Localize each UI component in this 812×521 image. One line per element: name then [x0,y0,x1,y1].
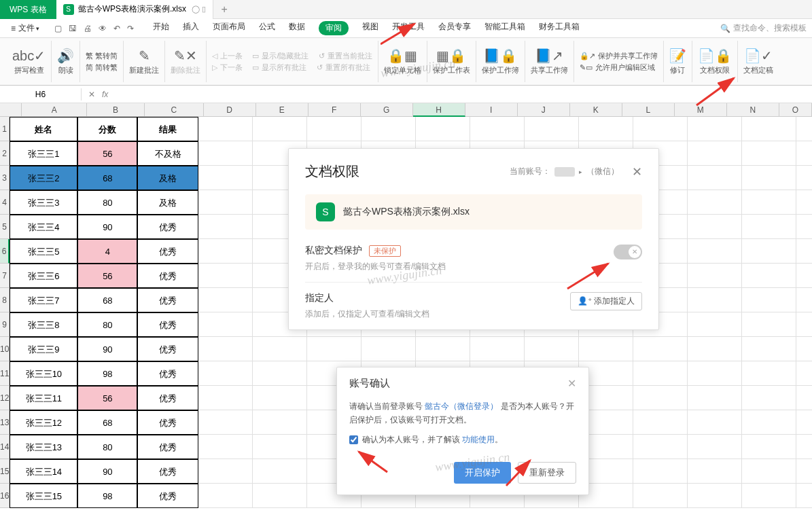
cell-B7[interactable]: 56 [77,264,137,288]
cell-A9[interactable]: 张三三8 [10,312,77,337]
cell-N9[interactable] [742,312,796,337]
preview-icon[interactable]: 👁 [99,24,107,33]
menu-item-5[interactable]: 审阅 [319,21,349,35]
cell-A10[interactable]: 张三三9 [10,337,77,361]
cell-M7[interactable] [688,264,742,288]
cell-M1[interactable] [688,117,742,141]
cell-O15[interactable] [796,459,812,484]
enable-protect-button[interactable]: 开启保护 [454,462,511,484]
cell-B14[interactable]: 80 [77,435,137,459]
cell-D16[interactable] [198,484,253,508]
cell-N3[interactable] [742,166,796,190]
row-header-14[interactable]: 14 [0,435,10,459]
cell-D1[interactable] [198,117,253,141]
cell-L13[interactable] [633,410,688,435]
cell-C3[interactable]: 及格 [137,166,198,190]
cell-C13[interactable]: 优秀 [137,410,198,435]
protect-sheet-button[interactable]: ▦🔒 保护工作表 [427,41,476,82]
cell-B16[interactable]: 98 [77,484,137,508]
print-icon[interactable]: 🖨 [84,24,92,33]
cell-D8[interactable] [198,288,253,312]
cell-N6[interactable] [742,239,796,264]
col-header-B[interactable]: B [87,103,145,117]
row-header-10[interactable]: 10 [0,337,10,361]
lock-cell-button[interactable]: 🔒▦ 锁定单元格 [378,41,427,82]
cell-L12[interactable] [633,386,688,410]
search-box[interactable]: 🔍 查找命令、搜索模板 [720,22,807,34]
cell-G1[interactable] [361,117,416,141]
cell-G10[interactable] [361,337,416,361]
close-button[interactable]: ✕ [567,377,576,390]
cell-D2[interactable] [198,141,253,166]
col-header-E[interactable]: E [256,103,308,117]
add-person-button[interactable]: 👤⁺ 添加指定人 [570,292,642,310]
cell-O7[interactable] [796,264,812,288]
cell-O10[interactable] [796,337,812,361]
cell-D13[interactable] [198,410,253,435]
cell-M9[interactable] [688,312,742,337]
cell-A2[interactable]: 张三三1 [10,141,77,166]
doc-final-button[interactable]: 📄✓ 文档定稿 [738,41,779,82]
cell-I1[interactable] [470,117,525,141]
cell-N8[interactable] [742,288,796,312]
cell-L14[interactable] [633,435,688,459]
open-icon[interactable]: ▢ [54,24,62,33]
save-icon[interactable]: 🖫 [69,24,77,33]
cell-L10[interactable] [633,337,688,361]
file-tab[interactable]: S 懿古今WPS表格演示案例.xlsx ◯ ▯ [56,0,213,19]
cell-H10[interactable] [416,337,470,361]
cell-J1[interactable] [525,117,579,141]
cell-E11[interactable] [253,361,307,386]
cell-B5[interactable]: 90 [77,215,137,239]
cell-M16[interactable] [688,484,742,508]
row-header-13[interactable]: 13 [0,410,10,435]
redo-icon[interactable]: ↷ [127,24,134,33]
cell-O11[interactable] [796,361,812,386]
protect-toggle[interactable] [614,245,642,259]
col-header-J[interactable]: J [518,103,570,117]
cell-C4[interactable]: 及格 [137,190,198,215]
col-header-I[interactable]: I [465,103,518,117]
cell-O12[interactable] [796,386,812,410]
cell-O1[interactable] [796,117,812,141]
spell-check-button[interactable]: abc✓ 拼写检查 [7,41,52,82]
cell-B6[interactable]: 4 [77,239,137,264]
cell-N5[interactable] [742,215,796,239]
cell-O5[interactable] [796,215,812,239]
cell-C16[interactable]: 优秀 [137,484,198,508]
doc-permission-button[interactable]: 📄🔒 文档权限 [692,41,738,82]
cell-M6[interactable] [688,239,742,264]
cell-C14[interactable]: 优秀 [137,435,198,459]
cell-B13[interactable]: 68 [77,410,137,435]
cell-O6[interactable] [796,239,812,264]
new-comment-button[interactable]: ✎ 新建批注 [124,41,165,82]
cell-C9[interactable]: 优秀 [137,312,198,337]
cell-L16[interactable] [633,484,688,508]
cell-E1[interactable] [253,117,307,141]
cell-K1[interactable] [579,117,633,141]
menu-item-7[interactable]: 开发工具 [392,21,425,35]
cell-I10[interactable] [470,337,525,361]
cell-B9[interactable]: 80 [77,312,137,337]
cell-A14[interactable]: 张三三13 [10,435,77,459]
menu-item-0[interactable]: 开始 [153,21,169,35]
cell-A11[interactable]: 张三三10 [10,361,77,386]
cell-N15[interactable] [742,459,796,484]
cell-M5[interactable] [688,215,742,239]
next-icon[interactable]: ▷ [212,63,217,72]
menu-item-8[interactable]: 会员专享 [438,21,471,35]
new-tab-button[interactable]: + [213,3,235,16]
cell-D10[interactable] [198,337,253,361]
menu-item-1[interactable]: 插入 [183,21,199,35]
close-button[interactable]: ✕ [632,164,642,179]
cell-C5[interactable]: 优秀 [137,215,198,239]
cell-M11[interactable] [688,361,742,386]
cell-O13[interactable] [796,410,812,435]
protect-book-button[interactable]: 📘🔒 保护工作簿 [476,41,525,82]
cell-N14[interactable] [742,435,796,459]
cell-F1[interactable] [307,117,361,141]
cell-F10[interactable] [307,337,361,361]
cell-A15[interactable]: 张三三14 [10,459,77,484]
cell-O16[interactable] [796,484,812,508]
cell-E14[interactable] [253,435,307,459]
